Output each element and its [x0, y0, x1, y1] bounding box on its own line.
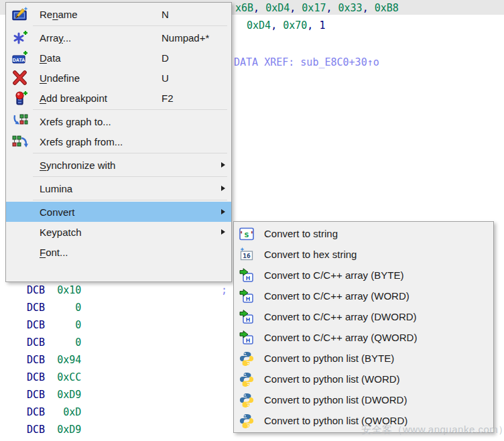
icon-placeholder	[11, 181, 29, 196]
svg-text:H: H	[246, 274, 251, 281]
menu-separator	[33, 200, 227, 200]
convert-submenu: 's'Convert to string16Convert to hex str…	[233, 221, 494, 433]
menu-item-label: Convert to string	[264, 228, 338, 239]
menu-item-convert-to-c-c-array-byte[interactable]: HConvert to C/C++ array (BYTE)	[234, 265, 493, 286]
asm-line: DCB 0	[27, 302, 81, 314]
menu-separator	[33, 153, 227, 153]
rename-icon	[11, 7, 29, 21]
array-icon	[11, 30, 29, 45]
menu-item-label: Xrefs graph to...	[40, 116, 111, 127]
asm-line: DCB 0x10	[27, 284, 81, 297]
cpp-icon: H	[239, 268, 255, 283]
breakpoint-icon	[11, 90, 29, 105]
asm-line: DCB 0	[27, 319, 81, 332]
shortcut-label: Numpad+*	[162, 32, 209, 44]
menu-item-convert[interactable]: Convert	[6, 202, 231, 222]
menu-item-convert-to-hex-string[interactable]: 16Convert to hex string	[234, 244, 493, 265]
menu-item-label: Array...	[40, 32, 71, 44]
shortcut-label: N	[162, 9, 169, 20]
menu-item-undefine[interactable]: UndefineU	[6, 68, 231, 88]
menu-item-label: Convert to hex string	[264, 249, 357, 260]
menu-item-label: Rename	[40, 9, 78, 20]
menu-item-label: Convert to C/C++ array (BYTE)	[264, 269, 403, 281]
menu-item-xrefs-graph-to[interactable]: Xrefs graph to...	[6, 111, 231, 131]
xrefs-from-icon	[11, 134, 29, 149]
cpp-icon: H	[239, 330, 255, 345]
svg-text:DATA: DATA	[13, 58, 25, 62]
menu-item-convert-to-python-list-byte[interactable]: Convert to python list (BYTE)	[234, 348, 493, 369]
icon-placeholder	[11, 158, 29, 172]
menu-item-add-breakpoint[interactable]: Add breakpointF2	[6, 88, 231, 108]
xrefs-to-icon	[11, 114, 29, 129]
submenu-arrow-icon	[221, 209, 225, 214]
menu-item-synchronize-with[interactable]: Synchronize with	[6, 155, 231, 175]
asm-line: DATA XREF: sub_E8C0+30↑o	[234, 56, 379, 69]
menu-item-label: Data	[40, 52, 61, 64]
data-icon: DATA	[11, 50, 29, 65]
hexstring-icon: 16	[239, 247, 255, 262]
menu-item-label: Lumina	[40, 183, 72, 194]
asm-line: DCB 0	[27, 336, 81, 349]
asm-line: 0xD4, 0x70, 1	[247, 19, 325, 32]
menu-item-label: Convert to C/C++ array (QWORD)	[264, 332, 417, 343]
icon-placeholder	[11, 204, 29, 219]
menu-item-label: Convert to C/C++ array (DWORD)	[264, 311, 417, 322]
watermark: 安全客（www.anquanke.com）	[361, 424, 504, 436]
shortcut-label: D	[162, 52, 169, 64]
svg-text:H: H	[246, 295, 251, 302]
menu-separator	[33, 176, 227, 177]
submenu-arrow-icon	[221, 186, 225, 191]
menu-item-keypatch[interactable]: Keypatch	[6, 222, 231, 242]
menu-item-label: Xrefs graph from...	[40, 136, 123, 147]
menu-item-font[interactable]: Font...	[6, 242, 231, 262]
cpp-icon: H	[239, 289, 255, 304]
menu-item-convert-to-c-c-array-dword[interactable]: HConvert to C/C++ array (DWORD)	[234, 306, 493, 327]
menu-item-lumina[interactable]: Lumina	[6, 178, 231, 198]
asm-line: x6B, 0xD4, 0x17, 0x33, 0xB8	[235, 2, 399, 15]
menu-item-label: Undefine	[40, 72, 80, 84]
asm-line: ;	[221, 284, 227, 297]
submenu-arrow-icon	[221, 162, 225, 168]
menu-item-array[interactable]: Array...Numpad+*	[6, 27, 231, 48]
menu-separator	[33, 25, 227, 26]
undefine-icon	[11, 70, 29, 85]
menu-item-convert-to-python-list-word[interactable]: Convert to python list (WORD)	[234, 369, 493, 389]
menu-item-label: Add breakpoint	[40, 92, 107, 104]
menu-item-convert-to-c-c-array-word[interactable]: HConvert to C/C++ array (WORD)	[234, 286, 493, 306]
python-icon	[239, 414, 255, 428]
python-icon	[239, 372, 255, 387]
shortcut-label: U	[162, 72, 169, 84]
asm-line: DCB 0xD	[27, 406, 81, 419]
menu-item-label: Font...	[40, 247, 68, 258]
asm-line: DCB 0xD9	[27, 389, 81, 401]
cpp-icon: H	[239, 310, 255, 324]
svg-text:H: H	[246, 316, 251, 322]
menu-item-convert-to-c-c-array-qword[interactable]: HConvert to C/C++ array (QWORD)	[234, 327, 493, 348]
menu-item-label: Convert to C/C++ array (WORD)	[264, 290, 410, 302]
svg-text:H: H	[246, 336, 251, 343]
asm-line: DCB 0xD9	[27, 424, 81, 436]
menu-item-label: Synchronize with	[40, 160, 115, 171]
svg-text:'s': 's'	[239, 229, 254, 239]
menu-item-data[interactable]: DATADataD	[6, 48, 231, 68]
icon-placeholder	[11, 225, 29, 239]
menu-item-label: Convert to python list (WORD)	[264, 373, 400, 385]
menu-item-label: Keypatch	[40, 227, 82, 238]
python-icon	[239, 393, 255, 407]
svg-text:16: 16	[243, 252, 251, 259]
asm-line: DCB 0xCC	[27, 371, 81, 384]
menu-item-label: Convert to python list (BYTE)	[264, 353, 394, 364]
menu-item-label: Convert	[40, 206, 75, 218]
icon-placeholder	[11, 245, 29, 259]
shortcut-label: F2	[162, 92, 174, 104]
python-icon	[239, 351, 255, 366]
context-menu: RenameNArray...Numpad+*DATADataDUndefine…	[5, 2, 232, 282]
menu-item-convert-to-string[interactable]: 's'Convert to string	[234, 223, 493, 244]
menu-item-convert-to-python-list-dword[interactable]: Convert to python list (DWORD)	[234, 389, 493, 410]
menu-item-rename[interactable]: RenameN	[6, 4, 231, 24]
submenu-arrow-icon	[221, 229, 225, 235]
menu-separator	[33, 109, 227, 110]
string-icon: 's'	[239, 227, 255, 241]
menu-item-xrefs-graph-from[interactable]: Xrefs graph from...	[6, 131, 231, 151]
menu-item-label: Convert to python list (DWORD)	[264, 394, 407, 405]
